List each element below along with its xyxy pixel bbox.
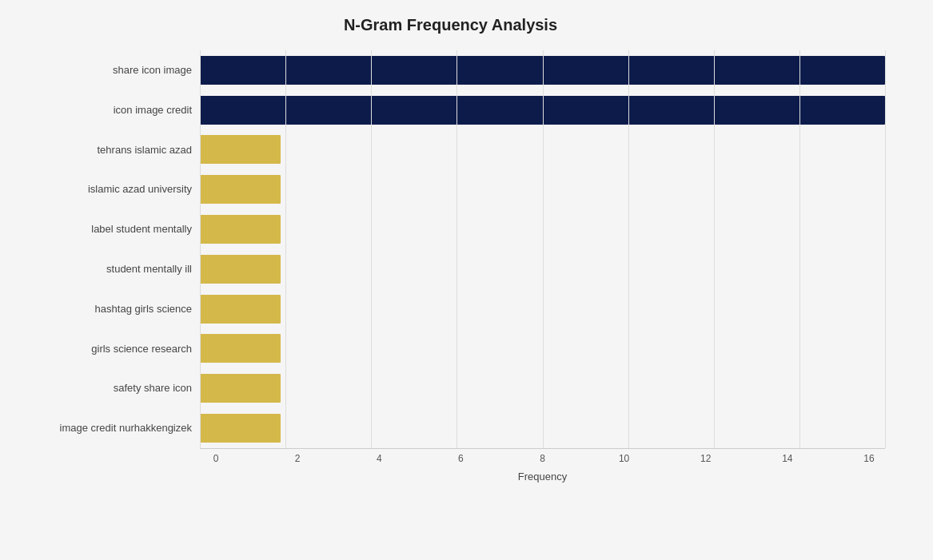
chart-area: share icon imageicon image credittehrans… <box>16 50 885 483</box>
x-tick: 0 <box>200 453 232 464</box>
bar <box>200 56 885 85</box>
y-label: islamic azad university <box>88 183 192 196</box>
bar <box>200 175 281 204</box>
y-label: tehrans islamic azad <box>98 144 193 157</box>
chart-container: N-Gram Frequency Analysis share icon ima… <box>0 0 933 560</box>
x-tick: 12 <box>690 453 722 464</box>
y-label: safety share icon <box>114 382 192 395</box>
bar-row <box>200 291 885 327</box>
bar <box>200 374 281 403</box>
bar-row <box>200 371 885 407</box>
y-label: label student mentally <box>91 223 192 236</box>
x-axis: 0246810121416 Frequency <box>200 448 885 483</box>
x-tick: 8 <box>527 453 559 464</box>
bar <box>200 215 281 244</box>
bar <box>200 334 281 363</box>
bar-row <box>200 172 885 208</box>
y-label: student mentally ill <box>106 263 192 276</box>
bar-row <box>200 212 885 248</box>
bar-row <box>200 251 885 287</box>
y-label: share icon image <box>113 64 192 77</box>
x-ticks: 0246810121416 <box>200 453 885 464</box>
x-tick: 10 <box>608 453 640 464</box>
bar <box>200 414 281 443</box>
bar-row <box>200 52 885 88</box>
bar <box>200 255 281 284</box>
bar <box>200 96 885 125</box>
bar-row <box>200 132 885 168</box>
x-axis-line <box>200 448 885 449</box>
bar <box>200 135 281 164</box>
bars-section <box>200 50 885 448</box>
x-axis-label: Frequency <box>200 471 885 483</box>
y-labels: share icon imageicon image credittehrans… <box>16 50 200 448</box>
bar-row <box>200 331 885 367</box>
grid-line <box>885 50 886 448</box>
x-tick: 4 <box>363 453 395 464</box>
x-tick: 16 <box>853 453 885 464</box>
y-label: girls science research <box>91 343 192 355</box>
y-label: icon image credit <box>114 104 192 117</box>
y-label: image credit nurhakkengizek <box>60 422 192 435</box>
bar-row <box>200 92 885 128</box>
bar-row <box>200 411 885 447</box>
x-tick: 6 <box>445 453 476 464</box>
y-label: hashtag girls science <box>95 303 192 316</box>
bars-and-labels: share icon imageicon image credittehrans… <box>16 50 885 448</box>
bar <box>200 295 281 324</box>
x-tick: 14 <box>772 453 803 464</box>
x-tick: 2 <box>281 453 313 464</box>
chart-title: N-Gram Frequency Analysis <box>16 16 885 34</box>
